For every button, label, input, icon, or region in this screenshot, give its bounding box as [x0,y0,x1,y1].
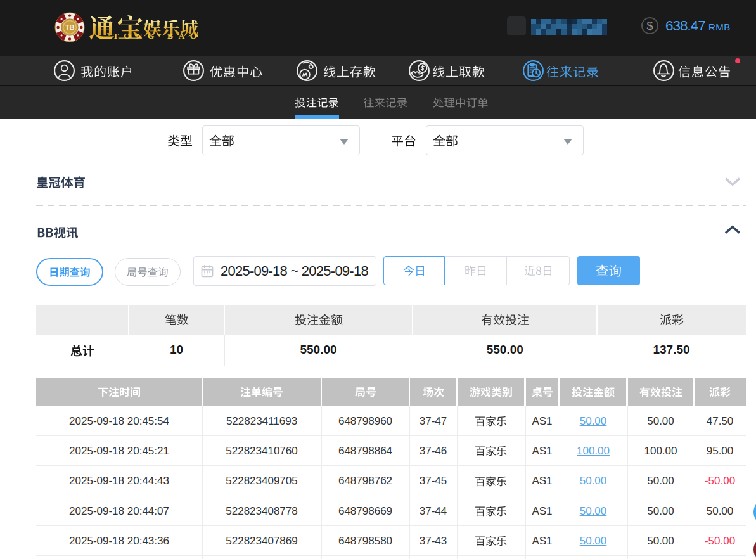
svg-text:TB: TB [65,23,75,31]
